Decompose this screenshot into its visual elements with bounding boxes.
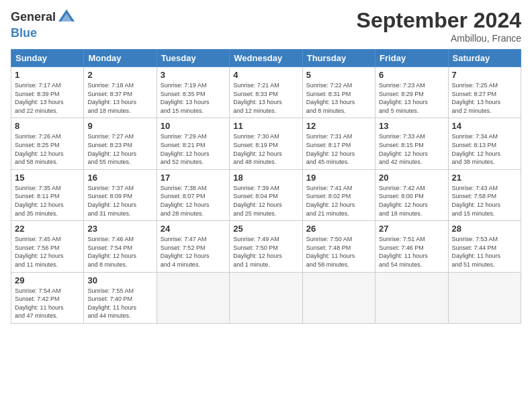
day-number: 23 bbox=[87, 224, 152, 234]
day-info: Sunrise: 7:35 AM Sunset: 8:11 PM Dayligh… bbox=[15, 184, 80, 218]
day-info: Sunrise: 7:37 AM Sunset: 8:09 PM Dayligh… bbox=[87, 184, 152, 218]
calendar-cell: 11Sunrise: 7:30 AM Sunset: 8:19 PM Dayli… bbox=[230, 118, 302, 169]
col-sunday: Sunday bbox=[11, 50, 84, 67]
day-info: Sunrise: 7:34 AM Sunset: 8:13 PM Dayligh… bbox=[452, 132, 517, 166]
day-info: Sunrise: 7:43 AM Sunset: 7:58 PM Dayligh… bbox=[452, 184, 517, 218]
page: General Blue September 2024 Ambillou, Fr… bbox=[0, 0, 532, 411]
day-info: Sunrise: 7:55 AM Sunset: 7:40 PM Dayligh… bbox=[87, 287, 152, 320]
calendar-cell: 8Sunrise: 7:26 AM Sunset: 8:25 PM Daylig… bbox=[11, 118, 84, 169]
day-info: Sunrise: 7:39 AM Sunset: 8:04 PM Dayligh… bbox=[233, 184, 298, 218]
calendar-cell: 13Sunrise: 7:33 AM Sunset: 8:15 PM Dayli… bbox=[375, 118, 448, 169]
day-number: 2 bbox=[87, 70, 152, 80]
col-saturday: Saturday bbox=[448, 50, 521, 67]
calendar-cell: 3Sunrise: 7:19 AM Sunset: 8:35 PM Daylig… bbox=[157, 67, 229, 118]
day-number: 25 bbox=[233, 224, 298, 234]
day-info: Sunrise: 7:47 AM Sunset: 7:52 PM Dayligh… bbox=[161, 235, 226, 269]
calendar-cell: 21Sunrise: 7:43 AM Sunset: 7:58 PM Dayli… bbox=[448, 169, 521, 220]
calendar-cell bbox=[302, 272, 375, 323]
calendar-week-2: 15Sunrise: 7:35 AM Sunset: 8:11 PM Dayli… bbox=[11, 169, 521, 220]
calendar-cell: 30Sunrise: 7:55 AM Sunset: 7:40 PM Dayli… bbox=[84, 272, 157, 323]
day-info: Sunrise: 7:18 AM Sunset: 8:37 PM Dayligh… bbox=[87, 81, 152, 115]
calendar-cell: 1Sunrise: 7:17 AM Sunset: 8:39 PM Daylig… bbox=[11, 67, 84, 118]
calendar-week-3: 22Sunrise: 7:45 AM Sunset: 7:56 PM Dayli… bbox=[11, 221, 521, 272]
calendar-week-1: 8Sunrise: 7:26 AM Sunset: 8:25 PM Daylig… bbox=[11, 118, 521, 169]
calendar: Sunday Monday Tuesday Wednesday Thursday… bbox=[11, 49, 521, 324]
calendar-cell: 17Sunrise: 7:38 AM Sunset: 8:07 PM Dayli… bbox=[157, 169, 229, 220]
calendar-cell: 19Sunrise: 7:41 AM Sunset: 8:02 PM Dayli… bbox=[302, 169, 375, 220]
col-monday: Monday bbox=[84, 50, 157, 67]
day-info: Sunrise: 7:31 AM Sunset: 8:17 PM Dayligh… bbox=[306, 132, 371, 166]
day-info: Sunrise: 7:51 AM Sunset: 7:46 PM Dayligh… bbox=[379, 235, 444, 269]
calendar-cell: 24Sunrise: 7:47 AM Sunset: 7:52 PM Dayli… bbox=[157, 221, 229, 272]
col-tuesday: Tuesday bbox=[157, 50, 229, 67]
logo-general-text: General bbox=[11, 11, 56, 24]
month-title: September 2024 bbox=[357, 8, 521, 33]
day-info: Sunrise: 7:21 AM Sunset: 8:33 PM Dayligh… bbox=[233, 81, 298, 115]
day-number: 12 bbox=[306, 121, 371, 131]
col-thursday: Thursday bbox=[302, 50, 375, 67]
calendar-cell: 22Sunrise: 7:45 AM Sunset: 7:56 PM Dayli… bbox=[11, 221, 84, 272]
day-number: 14 bbox=[452, 121, 517, 131]
calendar-cell bbox=[375, 272, 448, 323]
title-area: September 2024 Ambillou, France bbox=[357, 8, 521, 44]
day-info: Sunrise: 7:19 AM Sunset: 8:35 PM Dayligh… bbox=[161, 81, 226, 115]
day-number: 27 bbox=[379, 224, 444, 234]
calendar-cell: 16Sunrise: 7:37 AM Sunset: 8:09 PM Dayli… bbox=[84, 169, 157, 220]
day-info: Sunrise: 7:45 AM Sunset: 7:56 PM Dayligh… bbox=[15, 235, 80, 269]
calendar-cell: 5Sunrise: 7:22 AM Sunset: 8:31 PM Daylig… bbox=[302, 67, 375, 118]
logo: General Blue bbox=[11, 8, 76, 40]
day-number: 7 bbox=[452, 70, 517, 80]
calendar-cell: 23Sunrise: 7:46 AM Sunset: 7:54 PM Dayli… bbox=[84, 221, 157, 272]
day-number: 22 bbox=[15, 224, 80, 234]
calendar-cell: 26Sunrise: 7:50 AM Sunset: 7:48 PM Dayli… bbox=[302, 221, 375, 272]
calendar-cell: 20Sunrise: 7:42 AM Sunset: 8:00 PM Dayli… bbox=[375, 169, 448, 220]
calendar-cell: 28Sunrise: 7:53 AM Sunset: 7:44 PM Dayli… bbox=[448, 221, 521, 272]
calendar-cell bbox=[157, 272, 229, 323]
day-info: Sunrise: 7:49 AM Sunset: 7:50 PM Dayligh… bbox=[233, 235, 298, 269]
header: General Blue September 2024 Ambillou, Fr… bbox=[11, 8, 521, 44]
day-number: 15 bbox=[15, 173, 80, 183]
calendar-cell: 9Sunrise: 7:27 AM Sunset: 8:23 PM Daylig… bbox=[84, 118, 157, 169]
calendar-cell: 2Sunrise: 7:18 AM Sunset: 8:37 PM Daylig… bbox=[84, 67, 157, 118]
calendar-cell: 15Sunrise: 7:35 AM Sunset: 8:11 PM Dayli… bbox=[11, 169, 84, 220]
day-number: 13 bbox=[379, 121, 444, 131]
calendar-week-4: 29Sunrise: 7:54 AM Sunset: 7:42 PM Dayli… bbox=[11, 272, 521, 323]
calendar-cell bbox=[448, 272, 521, 323]
col-friday: Friday bbox=[375, 50, 448, 67]
day-number: 6 bbox=[379, 70, 444, 80]
day-info: Sunrise: 7:41 AM Sunset: 8:02 PM Dayligh… bbox=[306, 184, 371, 218]
day-info: Sunrise: 7:27 AM Sunset: 8:23 PM Dayligh… bbox=[87, 132, 152, 166]
day-number: 29 bbox=[15, 275, 80, 285]
day-info: Sunrise: 7:38 AM Sunset: 8:07 PM Dayligh… bbox=[161, 184, 226, 218]
calendar-cell: 14Sunrise: 7:34 AM Sunset: 8:13 PM Dayli… bbox=[448, 118, 521, 169]
calendar-cell: 6Sunrise: 7:23 AM Sunset: 8:29 PM Daylig… bbox=[375, 67, 448, 118]
calendar-cell: 12Sunrise: 7:31 AM Sunset: 8:17 PM Dayli… bbox=[302, 118, 375, 169]
day-info: Sunrise: 7:26 AM Sunset: 8:25 PM Dayligh… bbox=[15, 132, 80, 166]
day-info: Sunrise: 7:25 AM Sunset: 8:27 PM Dayligh… bbox=[452, 81, 517, 115]
day-info: Sunrise: 7:54 AM Sunset: 7:42 PM Dayligh… bbox=[15, 287, 80, 320]
day-number: 3 bbox=[161, 70, 226, 80]
calendar-cell: 18Sunrise: 7:39 AM Sunset: 8:04 PM Dayli… bbox=[230, 169, 302, 220]
day-number: 17 bbox=[161, 173, 226, 183]
day-info: Sunrise: 7:30 AM Sunset: 8:19 PM Dayligh… bbox=[233, 132, 298, 166]
calendar-cell: 10Sunrise: 7:29 AM Sunset: 8:21 PM Dayli… bbox=[157, 118, 229, 169]
day-number: 28 bbox=[452, 224, 517, 234]
subtitle: Ambillou, France bbox=[357, 33, 521, 44]
logo-blue-text: Blue bbox=[11, 27, 76, 40]
day-info: Sunrise: 7:23 AM Sunset: 8:29 PM Dayligh… bbox=[379, 81, 444, 115]
calendar-header-row: Sunday Monday Tuesday Wednesday Thursday… bbox=[11, 50, 521, 67]
day-number: 18 bbox=[233, 173, 298, 183]
logo-icon bbox=[57, 8, 76, 27]
day-number: 30 bbox=[87, 275, 152, 285]
day-number: 9 bbox=[87, 121, 152, 131]
calendar-cell: 29Sunrise: 7:54 AM Sunset: 7:42 PM Dayli… bbox=[11, 272, 84, 323]
day-number: 24 bbox=[161, 224, 226, 234]
day-number: 21 bbox=[452, 173, 517, 183]
col-wednesday: Wednesday bbox=[230, 50, 302, 67]
calendar-cell: 27Sunrise: 7:51 AM Sunset: 7:46 PM Dayli… bbox=[375, 221, 448, 272]
day-number: 20 bbox=[379, 173, 444, 183]
day-info: Sunrise: 7:42 AM Sunset: 8:00 PM Dayligh… bbox=[379, 184, 444, 218]
calendar-cell: 7Sunrise: 7:25 AM Sunset: 8:27 PM Daylig… bbox=[448, 67, 521, 118]
day-number: 4 bbox=[233, 70, 298, 80]
calendar-cell bbox=[230, 272, 302, 323]
